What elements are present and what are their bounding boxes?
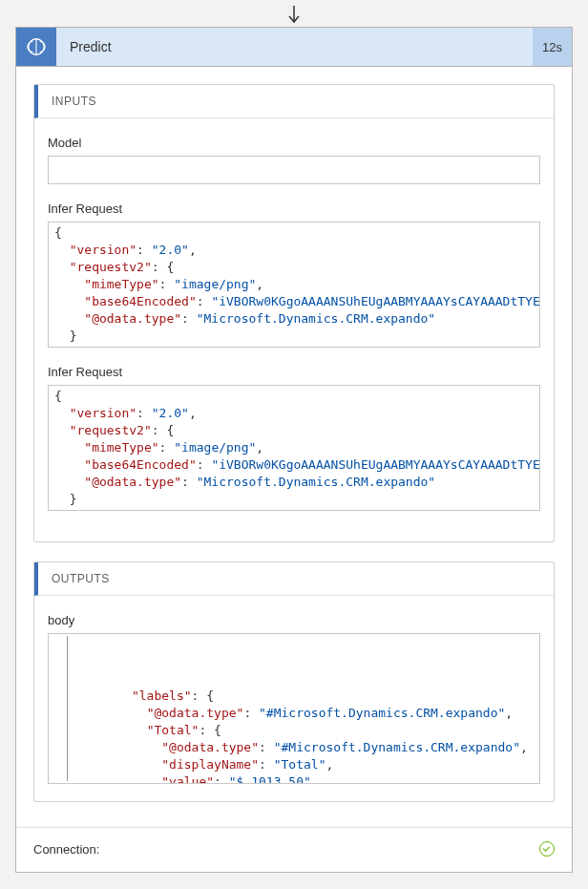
- flow-arrow-down: [0, 0, 588, 27]
- brain-icon: [26, 36, 47, 57]
- checkmark-icon: [539, 841, 555, 857]
- ai-builder-icon: [16, 28, 56, 66]
- code-gutter: [51, 636, 68, 781]
- infer-request-code-1[interactable]: { "version": "2.0", "requestv2": { "mime…: [48, 222, 540, 348]
- arrow-down-icon: [287, 6, 301, 25]
- card-title: Predict: [56, 28, 533, 66]
- infer-request-label-1: Infer Request: [48, 201, 540, 216]
- card-header[interactable]: Predict 12s: [16, 28, 572, 67]
- inputs-section: INPUTS Model Infer Request { "version": …: [33, 84, 555, 542]
- outputs-section: OUTPUTS body "labels": { "@odata.type": …: [33, 561, 555, 802]
- card-footer: Connection:: [16, 827, 572, 872]
- outputs-section-header: OUTPUTS: [34, 562, 554, 596]
- duration-badge: 12s: [533, 28, 572, 66]
- infer-request-code-2[interactable]: { "version": "2.0", "requestv2": { "mime…: [48, 385, 540, 511]
- body-label: body: [48, 613, 540, 627]
- model-input[interactable]: [48, 156, 540, 184]
- inputs-section-header: INPUTS: [34, 85, 554, 118]
- connection-label: Connection:: [33, 842, 99, 857]
- predict-card: Predict 12s INPUTS Model Infer Request {…: [15, 27, 573, 873]
- model-label: Model: [48, 136, 540, 150]
- body-code[interactable]: "labels": { "@odata.type": "#Microsoft.D…: [48, 633, 540, 784]
- infer-request-label-2: Infer Request: [48, 365, 540, 379]
